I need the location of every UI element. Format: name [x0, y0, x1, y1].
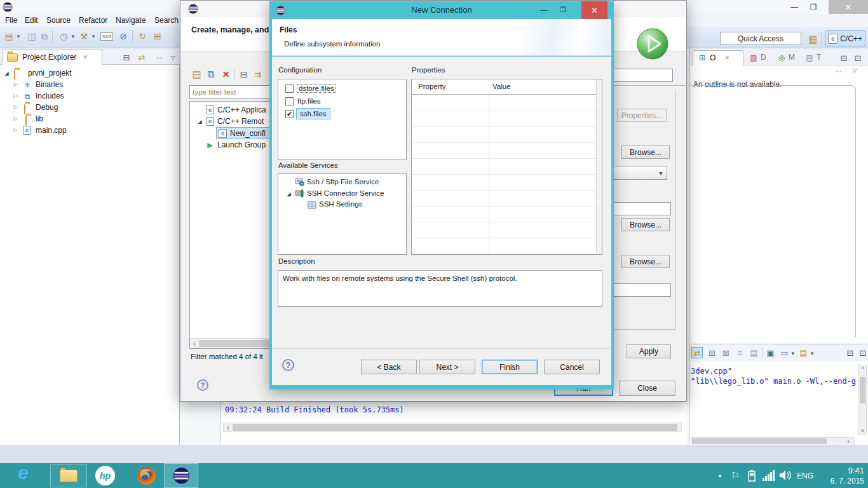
scrollbar-thumb[interactable]	[199, 340, 269, 347]
hp-taskbar-icon[interactable]: hp	[95, 466, 115, 485]
horizontal-scrollbar[interactable]: ‹	[190, 338, 270, 348]
maximize-panel-icon[interactable]: ⊡	[853, 53, 862, 62]
scroll-left-icon[interactable]: ‹	[191, 340, 198, 348]
tab-make-target[interactable]: M	[789, 53, 795, 62]
tree-collapsed-icon[interactable]: ▷	[13, 81, 18, 87]
tab-task-list[interactable]: T	[817, 53, 821, 62]
properties-table-body[interactable]	[412, 95, 596, 254]
tree-item-binaries[interactable]: Binaries	[36, 80, 63, 89]
scroll-lock-icon[interactable]: ⇄	[691, 347, 703, 358]
tree-collapsed-icon[interactable]: ▷	[13, 127, 18, 133]
eclipse-taskbar-button[interactable]	[164, 463, 198, 488]
column-property[interactable]: Property	[418, 83, 445, 90]
tab-outline[interactable]: ⊞ O ✕	[693, 50, 743, 65]
run-name-input[interactable]	[606, 69, 673, 82]
column-value[interactable]: Value	[492, 83, 511, 90]
volume-icon[interactable]	[779, 470, 792, 481]
nc-maximize-icon[interactable]: ❐	[557, 4, 569, 15]
browse-button-3[interactable]: Browse...	[621, 255, 670, 268]
properties-button[interactable]: Properties...	[617, 109, 667, 122]
scroll-right-icon[interactable]: ›	[844, 438, 853, 445]
ie-taskbar-icon[interactable]: e	[18, 462, 29, 484]
service-ssh-settings[interactable]: SSH Settings	[319, 200, 362, 208]
help-button[interactable]: ?	[197, 379, 208, 391]
dstore-files-label[interactable]: dstore.files	[297, 84, 336, 93]
menu-search[interactable]: Search	[154, 16, 179, 25]
nc-minimize-icon[interactable]: —	[538, 4, 550, 15]
open-console-icon[interactable]: ▣	[766, 348, 775, 358]
tab-project-explorer[interactable]: Project Explorer ✕	[2, 50, 102, 65]
ssh-files-label[interactable]: ssh.files	[296, 108, 330, 119]
view-menu-icon[interactable]: ▽	[169, 54, 177, 62]
scroll-down-icon[interactable]: v	[859, 427, 866, 433]
scrollbar-thumb[interactable]	[233, 424, 677, 431]
ssh-files-checkbox[interactable]: ✔	[285, 110, 294, 118]
collapse-all-icon[interactable]: ⊟	[238, 69, 249, 79]
menu-source[interactable]: Source	[46, 16, 71, 25]
new-dropdown-icon[interactable]: ▾	[15, 32, 22, 40]
horizontal-scrollbar[interactable]: ‹	[223, 423, 682, 432]
network-signal-icon[interactable]	[763, 470, 775, 481]
tab-documentation[interactable]: D	[761, 53, 766, 62]
finish-button[interactable]: Finish	[482, 360, 538, 374]
action-center-flag-icon[interactable]: ⚐	[729, 469, 741, 482]
language-indicator[interactable]: ENG	[797, 471, 813, 480]
filter-launch-configs-icon[interactable]: ⇉	[252, 69, 263, 79]
table-scrollbar-track[interactable]	[596, 79, 602, 254]
minimize-panel-icon[interactable]: ⊟	[846, 348, 855, 357]
tab-close-icon[interactable]: ✕	[723, 54, 731, 62]
display-console-dropdown-icon[interactable]: ▾	[790, 349, 796, 357]
make-target-tab-icon[interactable]: ◎	[777, 53, 786, 62]
scroll-left-icon[interactable]: ‹	[224, 424, 232, 431]
vertical-scrollbar[interactable]: ^ v	[858, 365, 867, 435]
documentation-tab-icon[interactable]: ▨	[749, 53, 758, 62]
browse-button-2[interactable]: Browse...	[621, 218, 670, 231]
task-list-tab-icon[interactable]: ▤	[805, 53, 814, 62]
tree-item-includes[interactable]: Includes	[36, 92, 64, 100]
skip-breakpoints-icon[interactable]: ⊘	[118, 31, 128, 41]
tree-item-project[interactable]: prvni_projekt	[28, 69, 72, 78]
build-dropdown-icon[interactable]: ▾	[90, 32, 97, 40]
view-menu-icon[interactable]: ▽	[851, 67, 858, 74]
build-all-icon[interactable]: ⊞	[153, 31, 163, 41]
nc-titlebar[interactable]: New Connection — ❐ ✕	[269, 1, 614, 19]
tree-expanded-icon[interactable]: ◢	[286, 191, 292, 197]
tree-collapsed-icon[interactable]: ▷	[13, 116, 18, 121]
ftp-files-checkbox[interactable]	[285, 97, 294, 105]
link-editor-icon[interactable]: ⇄	[137, 53, 146, 62]
view-menu-dots-icon[interactable]: ●●	[833, 68, 844, 74]
external-tools-dropdown-icon[interactable]: ▾	[70, 32, 76, 40]
quick-access-box[interactable]: Quick Access	[720, 32, 801, 45]
view-menu-dots-icon[interactable]: ●●	[154, 55, 165, 60]
open-perspective-icon[interactable]: ▦	[807, 33, 818, 44]
maximize-panel-icon[interactable]: ⊡	[858, 348, 867, 357]
binary-icon[interactable]: 010	[100, 32, 113, 41]
scrollbar-thumb[interactable]	[860, 377, 865, 403]
wrap-lines-icon[interactable]: ≡	[735, 348, 745, 358]
clear-console-icon[interactable]: ▤	[749, 348, 759, 358]
next-button[interactable]: Next >	[419, 360, 475, 374]
duplicate-launch-config-icon[interactable]: ⧉	[205, 69, 216, 79]
tree-item-launch-group[interactable]: Launch Group	[217, 140, 266, 149]
perspective-cpp-button[interactable]: c C/C++	[825, 30, 865, 46]
menu-refactor[interactable]: Refactor	[79, 16, 107, 25]
new-wizard-icon[interactable]: ▤	[4, 31, 14, 41]
minimize-panel-icon[interactable]: ⊟	[839, 53, 848, 62]
pin-console-icon[interactable]: ⊞	[707, 348, 717, 358]
window-restore-button[interactable]: ❐	[807, 1, 820, 13]
cancel-button[interactable]: Cancel	[544, 360, 600, 374]
tree-item-cpp-application[interactable]: C/C++ Applica	[217, 105, 266, 114]
nc-close-button[interactable]: ✕	[581, 1, 607, 19]
browse-button-1[interactable]: Browse...	[621, 146, 670, 159]
build-icon[interactable]: ⚒	[79, 31, 89, 41]
window-close-button[interactable]: ✕	[829, 0, 868, 14]
window-minimize-button[interactable]: —	[788, 1, 801, 13]
collapse-all-icon[interactable]: ⊟	[122, 53, 131, 62]
menu-file[interactable]: File	[5, 16, 17, 25]
scroll-up-icon[interactable]: ^	[859, 366, 866, 372]
refresh-icon[interactable]: ↻	[137, 31, 147, 41]
close-button[interactable]: Close	[619, 381, 675, 396]
clock[interactable]: 9:41 6. 7. 2015	[817, 466, 864, 486]
tree-item-main-cpp[interactable]: main.cpp	[36, 126, 67, 135]
service-ssh-connector[interactable]: SSH Connector Service	[307, 189, 384, 197]
